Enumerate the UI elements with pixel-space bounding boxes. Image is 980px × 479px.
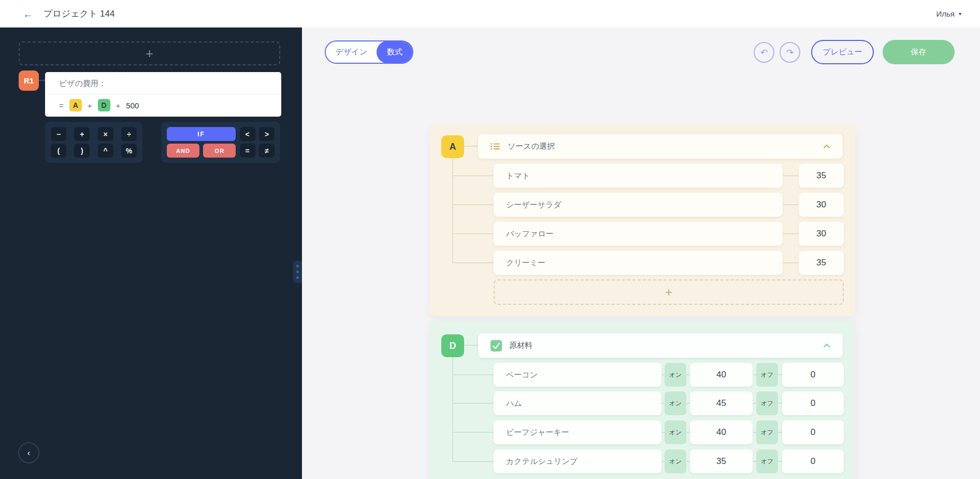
chevron-up-icon[interactable] [823, 343, 830, 348]
on-chip[interactable]: オン [665, 449, 686, 473]
option-row: バッファロー 30 [494, 222, 844, 246]
ingredient-name-field[interactable]: カクテルシュリンプ [494, 449, 661, 473]
option-value-field[interactable]: 35 [799, 251, 844, 275]
checkbox-checked-icon[interactable] [491, 340, 502, 351]
save-button[interactable]: 保存 [883, 40, 955, 64]
plus-operator: + [88, 101, 92, 110]
not-equals-key[interactable]: ≠ [259, 144, 275, 158]
option-name-field[interactable]: シーザーサラダ [494, 193, 783, 217]
option-value-field[interactable]: 35 [799, 164, 844, 188]
arithmetic-keypad: − + × ÷ ( ) ^ % [45, 122, 142, 163]
connector-line [753, 374, 756, 375]
tab-design[interactable]: デザイン [326, 41, 377, 63]
connector-line [778, 403, 782, 404]
connector-line [452, 262, 494, 263]
connector-line [452, 461, 494, 462]
top-bar: ← プロジェクト 144 Илья ▾ [0, 0, 980, 27]
off-value-field[interactable]: 0 [782, 420, 844, 444]
connector-line [783, 204, 799, 205]
redo-button[interactable]: ↷ [780, 42, 800, 63]
undo-icon: ↶ [760, 47, 768, 58]
or-key[interactable]: OR [203, 144, 236, 158]
sidebar-resize-handle[interactable] [293, 261, 302, 283]
open-paren-key[interactable]: ( [51, 144, 66, 158]
option-name-field[interactable]: トマト [494, 164, 783, 188]
greater-than-key[interactable]: > [259, 127, 275, 141]
connector-line [452, 233, 494, 234]
multiply-key[interactable]: × [98, 127, 113, 141]
add-option-button[interactable]: + [494, 279, 844, 305]
equals-sign: = [59, 101, 64, 110]
back-button[interactable]: ← [21, 7, 35, 21]
connector-line [753, 461, 756, 462]
off-chip[interactable]: オフ [756, 391, 778, 415]
group-header-sauces[interactable]: ソースの選択 [478, 134, 843, 159]
connector-line [452, 403, 494, 404]
plus-operator: + [116, 101, 121, 110]
less-than-key[interactable]: < [240, 127, 255, 141]
minus-key[interactable]: − [51, 127, 66, 141]
option-name-field[interactable]: クリーミー [494, 251, 783, 275]
connector-line [686, 403, 690, 404]
add-result-button[interactable]: + [19, 41, 280, 65]
ingredient-row: ハム オン 45 オフ 0 [494, 391, 844, 415]
option-value-field[interactable]: 30 [799, 193, 844, 217]
off-chip[interactable]: オフ [756, 420, 778, 444]
off-value-field[interactable]: 0 [782, 449, 844, 473]
equals-key[interactable]: = [240, 144, 255, 158]
group-card-a: A ソースの選択 トマト 35 シーザーサラダ 30 バッファロー [430, 123, 855, 316]
chevron-up-icon[interactable] [823, 144, 830, 149]
group-title: ソースの選択 [508, 142, 816, 151]
on-value-field[interactable]: 35 [690, 449, 753, 473]
collapse-sidebar-button[interactable]: ‹ [18, 442, 39, 463]
off-value-field[interactable]: 0 [782, 363, 844, 387]
on-value-field[interactable]: 45 [690, 391, 753, 415]
ingredient-name-field[interactable]: ハム [494, 391, 661, 415]
group-header-ingredients[interactable]: 原材料 [478, 333, 843, 358]
group-card-d: D 原材料 ベーコン オン 40 オフ 0 ハム [430, 321, 855, 479]
drag-dot [296, 265, 299, 267]
connector-line [39, 80, 45, 81]
result-title[interactable]: ピザの費用： [45, 72, 281, 94]
on-chip[interactable]: オン [665, 391, 686, 415]
ingredient-name-field[interactable]: ビーフジャーキー [494, 420, 661, 444]
option-name-field[interactable]: バッファロー [494, 222, 783, 246]
and-key[interactable]: AND [167, 144, 199, 158]
option-row: シーザーサラダ 30 [494, 193, 844, 217]
on-value-field[interactable]: 40 [690, 420, 753, 444]
if-key[interactable]: IF [167, 127, 236, 141]
connector-line [753, 403, 756, 404]
option-value-field[interactable]: 30 [799, 222, 844, 246]
variable-chip-d[interactable]: D [98, 99, 110, 111]
percent-key[interactable]: % [121, 144, 137, 158]
variable-chip-a[interactable]: A [69, 99, 82, 111]
result-badge-r1[interactable]: R1 [19, 71, 39, 91]
divide-key[interactable]: ÷ [121, 127, 137, 141]
on-chip[interactable]: オン [665, 363, 686, 387]
ingredient-name-field[interactable]: ベーコン [494, 363, 661, 387]
on-chip[interactable]: オン [665, 420, 686, 444]
tab-formula[interactable]: 数式 [377, 41, 413, 63]
off-value-field[interactable]: 0 [782, 391, 844, 415]
on-value-field[interactable]: 40 [690, 363, 753, 387]
off-chip[interactable]: オフ [756, 449, 778, 473]
ingredient-row: ビーフジャーキー オン 40 オフ 0 [494, 420, 844, 444]
connector-line [452, 175, 494, 176]
variable-badge-a[interactable]: A [441, 135, 464, 158]
power-key[interactable]: ^ [98, 144, 113, 158]
preview-button[interactable]: プレビュー [811, 40, 874, 64]
connector-line [783, 233, 799, 234]
formula-sidebar: + R1 ピザの費用： = A + D + 500 − + × ÷ ( [0, 27, 302, 479]
option-row: トマト 35 [494, 164, 844, 188]
close-paren-key[interactable]: ) [74, 144, 90, 158]
back-arrow-icon: ← [23, 8, 33, 20]
user-name: Илья [936, 9, 954, 18]
user-menu[interactable]: Илья ▾ [936, 0, 961, 27]
off-chip[interactable]: オフ [756, 363, 778, 387]
app-window: ← プロジェクト 144 Илья ▾ + R1 ピザの費用： = A + D … [0, 0, 980, 479]
undo-button[interactable]: ↶ [754, 42, 774, 63]
variable-badge-d[interactable]: D [441, 334, 464, 357]
constant-token[interactable]: 500 [126, 101, 139, 110]
logic-keypad: IF < > AND OR = ≠ [161, 122, 280, 163]
plus-key[interactable]: + [74, 127, 90, 141]
